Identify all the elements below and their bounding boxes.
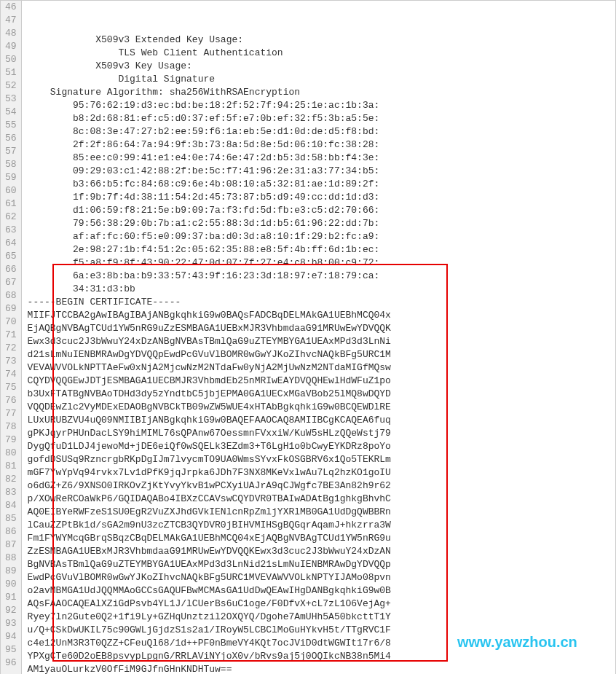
code-line[interactable]: lCauZZPtBk1d/sGA2m9nU3zcZTCB3QYDVR0jBIHV… (28, 519, 615, 532)
code-line[interactable]: f5:a8:f9:8f:43:90:22:47:0d:07:7f:27:e4:c… (28, 256, 615, 270)
code-line[interactable]: b3UxFTATBgNVBAoTDHd3dy5zYndtbC5jbjEPMA0G… (28, 388, 615, 401)
code-line[interactable]: 2e:98:27:1b:f4:51:2c:05:62:35:88:e8:5f:4… (28, 243, 615, 256)
code-line[interactable]: b8:2d:68:81:ef:c5:d0:37:ef:5f:e7:0b:ef:3… (28, 112, 615, 125)
code-line[interactable]: d1:06:59:f8:21:5e:b9:09:7a:f3:fd:5d:fb:e… (28, 204, 615, 217)
code-line[interactable]: af:af:fc:60:f5:e0:09:37:ba:d0:3d:a8:10:1… (28, 230, 615, 243)
line-number: 95 (5, 643, 17, 657)
code-line[interactable]: Digital Signature (28, 73, 615, 86)
code-line[interactable]: AM1yauOLurkzV0OfFiM9GJfnGHnKNDHTuw== (28, 663, 615, 674)
code-line[interactable]: o6dGZ+Z6/9XNSO0IRKOvZjKtYvyYkvB1wPCXyiUA… (28, 479, 615, 493)
code-line[interactable]: DygQfuD1LDJ4jewoMd+jDE6eiQf0wSQELk3EZdm3… (28, 440, 615, 453)
line-number: 59 (5, 171, 17, 184)
line-number: 52 (5, 79, 17, 93)
line-number: 85 (5, 512, 17, 525)
code-line[interactable]: CQYDVQQGEwJDTjESMBAGA1UECBMJR3VhbmdEb25n… (28, 375, 615, 388)
line-number: 75 (5, 381, 17, 394)
code-line[interactable]: 95:76:62:19:d3:ec:bd:be:18:2f:52:7f:94:2… (28, 99, 615, 112)
code-line[interactable]: AQsFAAOCAQEAlXZiGdPsvb4YL1J/lCUerBs6uC1o… (28, 597, 615, 611)
code-line[interactable]: 6a:e3:8b:ba:b9:33:57:43:9f:16:23:3d:18:9… (28, 270, 615, 283)
line-number: 86 (5, 525, 17, 538)
line-number: 90 (5, 578, 17, 591)
line-number: 54 (5, 106, 17, 119)
code-line[interactable]: MIIFJTCCBA2gAwIBAgIBAjANBgkqhkiG9w0BAQsF… (28, 309, 615, 322)
code-line[interactable]: X509v3 Extended Key Usage: (28, 34, 615, 47)
line-number: 56 (5, 132, 17, 145)
line-number: 80 (5, 447, 17, 460)
code-line[interactable]: 34:31:d3:bb (28, 283, 615, 296)
code-line[interactable]: 2f:2f:86:64:7a:94:9f:3b:73:8a:5d:8e:5d:0… (28, 138, 615, 152)
line-number: 62 (5, 211, 17, 224)
line-number: 76 (5, 394, 17, 407)
line-number: 79 (5, 434, 17, 447)
line-number: 87 (5, 538, 17, 552)
line-number: 49 (5, 40, 17, 53)
line-number: 84 (5, 499, 17, 512)
code-line[interactable]: VQQDEwZlc2VyMDExEDAOBgNVBCkTB09wZW5WUE4x… (28, 401, 615, 414)
code-line[interactable]: TLS Web Client Authentication (28, 47, 615, 60)
line-number: 70 (5, 316, 17, 329)
code-line[interactable]: EwdPcGVuVlBOMR0wGwYJKoZIhvcNAQkBFg5URC1M… (28, 571, 615, 584)
line-number: 91 (5, 591, 17, 604)
line-number: 67 (5, 276, 17, 289)
line-number: 89 (5, 565, 17, 578)
code-line[interactable]: 09:29:03:c1:42:88:2f:be:5c:f7:41:96:2e:3… (28, 165, 615, 178)
line-number: 51 (5, 66, 17, 79)
code-line[interactable]: gofdDSUSq9RzncrgbRKpDgIJm7lvycmTO9UA0Wms… (28, 453, 615, 466)
code-line[interactable]: Fm1FYWYMcqGBrqSBqzCBqDELMAkGA1UEBhMCQ04x… (28, 532, 615, 545)
code-line[interactable]: -----BEGIN CERTIFICATE----- (28, 296, 615, 309)
line-number: 68 (5, 289, 17, 302)
line-number: 96 (5, 657, 17, 670)
line-number: 74 (5, 368, 17, 381)
code-content[interactable]: X509v3 Extended Key Usage: TLS Web Clien… (22, 1, 615, 674)
line-number: 64 (5, 237, 17, 250)
code-line[interactable]: AQ0EIBYeRWFzeS1SU0EgR2VuZXJhdGVkIENlcnRp… (28, 506, 615, 519)
line-number: 65 (5, 250, 17, 263)
code-line[interactable]: mGF7YwYpVq94rvkx7Lv1dPfK9jqJrpka6JDh7F3N… (28, 466, 615, 479)
line-number: 93 (5, 617, 17, 630)
code-line[interactable]: Ewx3d3cuc2J3bWwuY24xDzANBgNVBAsTBmlQaG9u… (28, 335, 615, 348)
code-line[interactable]: o2avMBMGA1UdJQQMMAoGCCsGAQUFBwMCMAsGA1Ud… (28, 584, 615, 597)
code-line[interactable]: BgNVBAsTBmlQaG9uZTEYMBYGA1UEAxMPd3d3LnNi… (28, 558, 615, 571)
code-line[interactable]: EjAQBgNVBAgTCUd1YW5nRG9uZzESMBAGA1UEBxMJ… (28, 322, 615, 335)
line-number: 78 (5, 420, 17, 434)
line-number: 66 (5, 263, 17, 276)
line-number: 92 (5, 604, 17, 617)
code-line[interactable]: c4e12UnM3R3T0QZZ+CFeuQl68/1d++PF0nBmeVY4… (28, 637, 615, 650)
line-number: 58 (5, 158, 17, 171)
code-editor: 4647484950515253545556575859606162636465… (0, 0, 616, 674)
line-number: 47 (5, 14, 17, 27)
line-number: 50 (5, 53, 17, 66)
line-number: 61 (5, 197, 17, 211)
line-number: 63 (5, 224, 17, 237)
line-number: 73 (5, 355, 17, 368)
line-number: 83 (5, 486, 17, 499)
line-number-gutter: 4647484950515253545556575859606162636465… (1, 1, 22, 674)
code-line[interactable]: d21sLmNuIENBMRAwDgYDVQQpEwdPcGVuVlBOMR0w… (28, 348, 615, 361)
code-line[interactable]: VEVAWVVOLkNPTTAeFw0xNjA2MjcwNzM2NTdaFw0y… (28, 361, 615, 375)
code-line[interactable]: LUxURUBZVU4uQ09NMIIBIjANBgkqhkiG9w0BAQEF… (28, 414, 615, 427)
line-number: 71 (5, 329, 17, 342)
code-line[interactable]: 79:56:38:29:0b:7b:a1:c2:55:88:3d:1d:b5:6… (28, 217, 615, 230)
code-line[interactable]: p/XOwReRCOaWkP6/GQIDAQABo4IBXzCCAVswCQYD… (28, 493, 615, 506)
line-number: 69 (5, 302, 17, 316)
code-line[interactable]: 8c:08:3e:47:27:b2:ee:59:f6:1a:eb:5e:d1:0… (28, 125, 615, 138)
line-number: 94 (5, 630, 17, 643)
line-number: 55 (5, 119, 17, 132)
line-number: 82 (5, 473, 17, 486)
line-number: 72 (5, 342, 17, 355)
code-line[interactable]: gPKJqyrPHUnDacLSY9hiMIML76sQPAnw67Oessmn… (28, 427, 615, 440)
code-line[interactable]: ZzESMBAGA1UEBxMJR3VhbmdaaG91MRUwEwYDVQQK… (28, 545, 615, 558)
code-line[interactable]: Ryey7ln2Gute0Q2+1fi9Ly+GZHqUnztzil2OXQYQ… (28, 611, 615, 624)
line-number: 81 (5, 460, 17, 473)
line-number: 46 (5, 1, 17, 14)
code-line[interactable]: 1f:9b:7f:4d:38:11:54:2d:45:73:87:b5:d9:4… (28, 191, 615, 204)
code-line[interactable]: b3:66:b5:fc:84:68:c9:6e:4b:08:10:a5:32:8… (28, 178, 615, 191)
code-line[interactable]: YPXgCTe60D2oEB8psvypLpgnG/RRLAViNYjoX0v/… (28, 650, 615, 663)
code-line[interactable]: X509v3 Key Usage: (28, 60, 615, 73)
code-line[interactable]: u/Q+CSkDwUKIL75c90GWLjGjdzS1s2a1/IRoyW5L… (28, 624, 615, 637)
code-line[interactable]: Signature Algorithm: sha256WithRSAEncryp… (28, 86, 615, 99)
line-number: 53 (5, 93, 17, 106)
line-number: 48 (5, 27, 17, 40)
line-number: 77 (5, 407, 17, 420)
code-line[interactable]: 85:ee:c0:99:41:e1:e4:0e:74:6e:47:2d:b5:3… (28, 152, 615, 165)
